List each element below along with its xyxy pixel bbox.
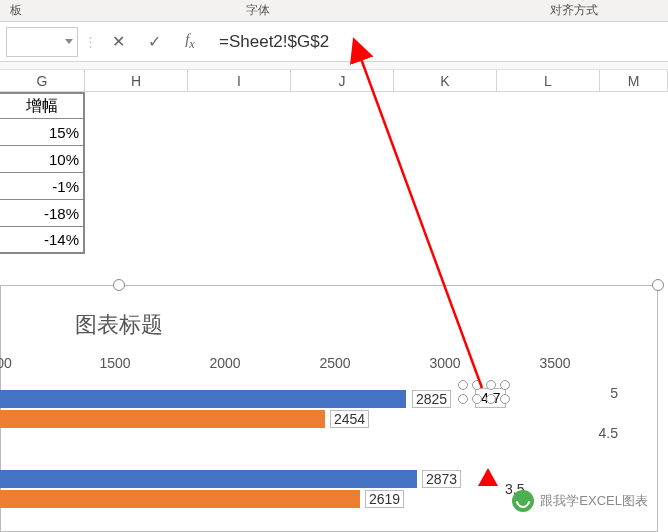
x-icon: ✕	[112, 32, 125, 51]
selection-handle[interactable]	[113, 279, 125, 291]
table-cell[interactable]: -18%	[0, 200, 85, 227]
selection-handle[interactable]	[652, 279, 664, 291]
watermark: 跟我学EXCEL图表	[512, 490, 648, 512]
col-header-M[interactable]: M	[600, 70, 668, 91]
selection-handle[interactable]	[500, 380, 510, 390]
name-box[interactable]	[6, 27, 78, 57]
col-header-I[interactable]: I	[188, 70, 291, 91]
selection-handle[interactable]	[472, 380, 482, 390]
table-cell[interactable]: -14%	[0, 227, 85, 254]
triangle-marker-icon[interactable]	[478, 468, 498, 486]
bar-series1[interactable]	[0, 390, 406, 408]
selection-handle[interactable]	[458, 380, 468, 390]
axis-tick: 2000	[209, 355, 240, 371]
watermark-text: 跟我学EXCEL图表	[540, 492, 648, 510]
column-headers: G H I J K L M	[0, 70, 668, 92]
axis-tick: 2500	[319, 355, 350, 371]
fx-icon: fx	[185, 31, 195, 52]
table-cell[interactable]: 10%	[0, 146, 85, 173]
selection-handle[interactable]	[458, 394, 468, 404]
table-row: 15%	[0, 119, 668, 146]
table-row: 增幅	[0, 92, 668, 119]
accept-formula-button[interactable]: ✓	[139, 27, 169, 57]
col-header-K[interactable]: K	[394, 70, 497, 91]
selection-handle[interactable]	[472, 394, 482, 404]
dropdown-icon	[65, 39, 73, 44]
formula-input[interactable]	[211, 27, 662, 57]
axis-tick: 00	[0, 355, 12, 371]
cancel-formula-button[interactable]: ✕	[103, 27, 133, 57]
check-icon: ✓	[148, 32, 161, 51]
table-row: 10%	[0, 146, 668, 173]
bar-value: 2454	[330, 410, 369, 428]
table-row: -14%	[0, 227, 668, 254]
col-header-H[interactable]: H	[85, 70, 188, 91]
chart-object[interactable]: 图表标题 00 1500 2000 2500 3000 3500 2825 24…	[0, 285, 668, 532]
axis-tick: 3000	[429, 355, 460, 371]
table-cell[interactable]: -1%	[0, 173, 85, 200]
ribbon-group-font: 字体	[246, 2, 270, 19]
chart-title[interactable]: 图表标题	[75, 310, 163, 340]
bar-value: 2825	[412, 390, 451, 408]
ribbon-group-labels: 板 字体 对齐方式	[0, 0, 668, 22]
bar-value: 2873	[422, 470, 461, 488]
secondary-axis-tick: 5	[610, 385, 618, 401]
table-cell[interactable]: 15%	[0, 119, 85, 146]
wechat-icon	[512, 490, 534, 512]
x-axis: 00 1500 2000 2500 3000 3500	[0, 355, 608, 375]
insert-function-button[interactable]: fx	[175, 27, 205, 57]
table-header-cell[interactable]: 增幅	[0, 92, 85, 119]
bar-value: 2619	[365, 490, 404, 508]
col-header-G[interactable]: G	[0, 70, 85, 91]
axis-tick: 3500	[539, 355, 570, 371]
bar-series2[interactable]	[0, 490, 360, 508]
bar-series1[interactable]	[0, 470, 417, 488]
secondary-axis-tick: 4.5	[599, 425, 618, 441]
axis-tick: 1500	[99, 355, 130, 371]
table-row: -1%	[0, 173, 668, 200]
col-header-L[interactable]: L	[497, 70, 600, 91]
bar-series2[interactable]	[0, 410, 325, 428]
table-row: -18%	[0, 200, 668, 227]
col-header-J[interactable]: J	[291, 70, 394, 91]
selection-handle[interactable]	[500, 394, 510, 404]
ribbon-group-clipboard: 板	[10, 2, 22, 19]
ribbon-group-align: 对齐方式	[550, 2, 598, 19]
selection-handle[interactable]	[486, 380, 496, 390]
formula-bar: ⋮ ✕ ✓ fx	[0, 22, 668, 62]
selection-handle[interactable]	[486, 394, 496, 404]
